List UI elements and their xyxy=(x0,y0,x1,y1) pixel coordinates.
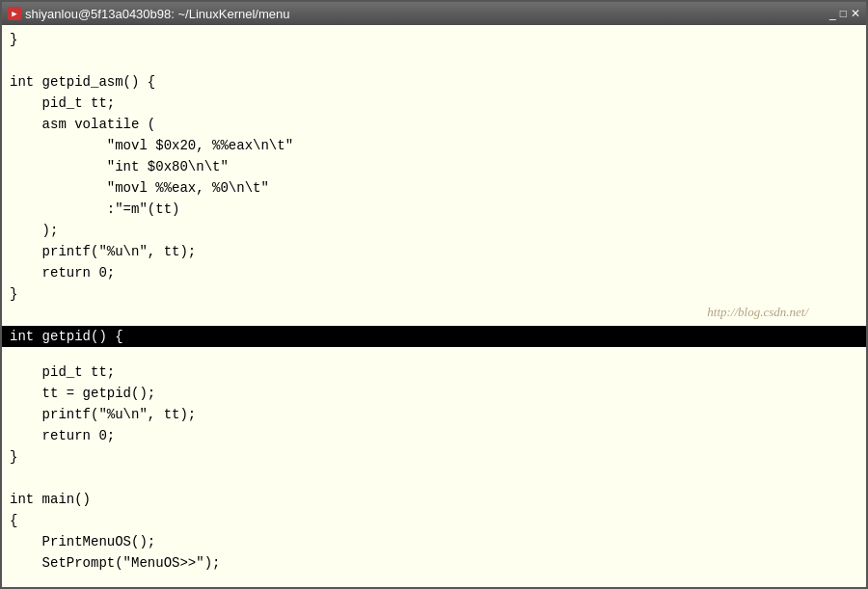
code-line: printf("%u\n", tt); xyxy=(10,407,196,422)
terminal-icon: ▶ xyxy=(8,7,21,20)
code-line: pid_t tt; xyxy=(10,364,115,380)
code-line xyxy=(10,308,17,323)
close-button[interactable]: ✕ xyxy=(851,8,860,19)
code-line: "movl %%eax, %0\n\t" xyxy=(10,180,269,196)
window-controls: _ □ ✕ xyxy=(829,8,860,19)
code-line: } xyxy=(10,449,17,465)
code-container: } int getpid_asm() { pid_t tt; asm volat… xyxy=(2,25,866,577)
code-line: int main() xyxy=(10,492,91,507)
code-line: return 0; xyxy=(10,265,115,281)
code-line: } xyxy=(10,286,17,302)
code-line xyxy=(10,470,17,486)
code-line: "int $0x80\n\t" xyxy=(10,159,229,174)
minimize-button[interactable]: _ xyxy=(829,8,836,19)
maximize-button[interactable]: □ xyxy=(840,8,847,19)
code-line: printf("%u\n", tt); xyxy=(10,244,196,259)
terminal-window: ▶ shiyanlou@5f13a0430b98: ~/LinuxKernel/… xyxy=(0,0,868,589)
code-line: "movl $0x20, %%eax\n\t" xyxy=(10,138,293,153)
code-line: } xyxy=(10,32,17,47)
code-line xyxy=(10,53,17,68)
code-editor-area: } int getpid_asm() { pid_t tt; asm volat… xyxy=(2,25,866,587)
code-line: SetPrompt("MenuOS>>"); xyxy=(10,555,220,571)
window-title: shiyanlou@5f13a0430b98: ~/LinuxKernel/me… xyxy=(25,7,289,21)
code-line: PrintMenuOS(); xyxy=(10,534,155,549)
code-line: int getpid_asm() { xyxy=(10,74,155,90)
code-line: ); xyxy=(10,223,58,238)
code-line: { xyxy=(10,513,17,528)
code-line: :"=m"(tt) xyxy=(10,201,179,217)
code-line: pid_t tt; xyxy=(10,95,115,111)
code-line: tt = getpid(); xyxy=(10,386,155,401)
code-line: int getpid() { xyxy=(2,326,866,347)
code-line: asm volatile ( xyxy=(10,117,155,132)
code-line: return 0; xyxy=(10,428,115,443)
title-bar: ▶ shiyanlou@5f13a0430b98: ~/LinuxKernel/… xyxy=(2,2,866,25)
title-bar-left: ▶ shiyanlou@5f13a0430b98: ~/LinuxKernel/… xyxy=(8,7,289,21)
